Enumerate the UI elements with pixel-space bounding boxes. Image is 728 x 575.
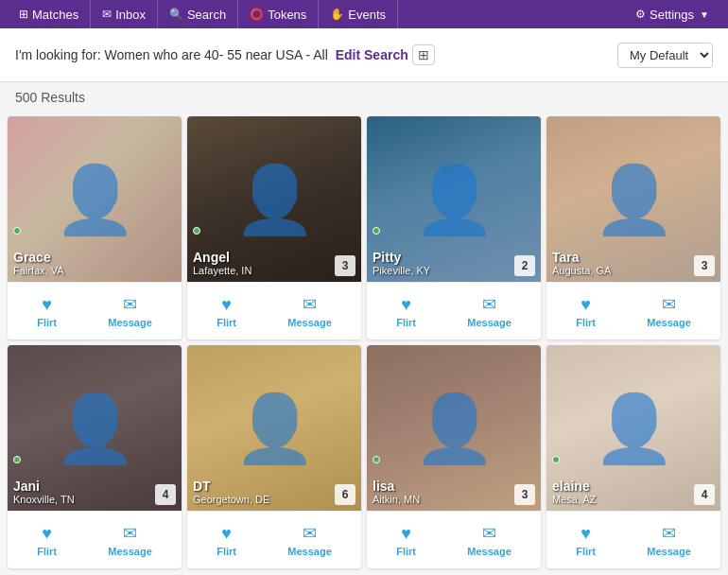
card-actions-jani: ♥ Flirt ✉ Message	[8, 511, 182, 568]
card-name-angel: Angel	[193, 250, 251, 265]
card-actions-angel: ♥ Flirt ✉ Message	[187, 282, 361, 340]
profile-card-tara: 👤 Tara Augusta, GA 3 ♥ Flirt ✉ Message	[546, 116, 720, 340]
edit-search-link[interactable]: Edit Search	[336, 47, 408, 62]
card-name-location-jani: Jani Knoxville, TN	[13, 479, 75, 505]
flirt-button-dt[interactable]: ♥ Flirt	[207, 520, 246, 561]
flirt-label-lisa: Flirt	[396, 546, 416, 557]
photo-count-badge-pitty: 2	[514, 255, 535, 276]
flirt-button-tara[interactable]: ♥ Flirt	[566, 291, 605, 332]
profile-card-pitty: 👤 Pitty Pikeville, KY 2 ♥ Flirt ✉ Messag…	[367, 116, 541, 340]
main-nav: ⊞ Matches ✉ Inbox 🔍 Search ⭕ Tokens ✋ Ev…	[0, 0, 728, 28]
flirt-label-pitty: Flirt	[396, 317, 416, 328]
nav-matches[interactable]: ⊞ Matches	[8, 0, 91, 28]
card-photo-elaine[interactable]: 👤 elaine Mesa, AZ 4	[546, 345, 720, 511]
profiles-grid: 👤 Grace Fairfax, VA ♥ Flirt ✉ Message 👤 …	[0, 111, 728, 575]
message-icon-angel: ✉	[303, 294, 317, 315]
card-name-location-lisa: lisa Aitkin, MN	[373, 479, 420, 505]
card-location-angel: Lafayette, IN	[193, 265, 251, 276]
online-dot-jani	[13, 456, 21, 463]
photo-count-badge-elaine: 4	[694, 484, 715, 505]
profile-card-angel: 👤 Angel Lafayette, IN 3 ♥ Flirt ✉ Messag…	[187, 116, 361, 340]
card-photo-lisa[interactable]: 👤 lisa Aitkin, MN 3	[367, 345, 541, 511]
message-label-elaine: Message	[647, 546, 690, 557]
card-actions-lisa: ♥ Flirt ✉ Message	[367, 511, 541, 568]
card-location-tara: Augusta, GA	[552, 265, 611, 276]
flirt-label-dt: Flirt	[217, 546, 236, 557]
events-icon: ✋	[330, 8, 344, 21]
flirt-button-elaine[interactable]: ♥ Flirt	[566, 520, 605, 561]
flirt-label-tara: Flirt	[576, 317, 596, 328]
card-actions-pitty: ♥ Flirt ✉ Message	[367, 282, 541, 340]
card-name-location-tara: Tara Augusta, GA	[552, 250, 611, 276]
nav-matches-label: Matches	[32, 8, 78, 22]
flirt-icon-angel: ♥	[221, 295, 232, 315]
message-button-grace[interactable]: ✉ Message	[98, 290, 161, 332]
profile-card-elaine: 👤 elaine Mesa, AZ 4 ♥ Flirt ✉ Message	[546, 345, 720, 568]
nav-inbox-label: Inbox	[115, 8, 146, 22]
flirt-icon-grace: ♥	[42, 295, 52, 315]
message-button-tara[interactable]: ✉ Message	[637, 290, 700, 332]
filter-icon-button[interactable]: ⊞	[412, 44, 435, 65]
photo-count-badge-dt: 6	[335, 484, 355, 505]
profile-card-jani: 👤 Jani Knoxville, TN 4 ♥ Flirt ✉ Message	[8, 345, 182, 568]
flirt-label-jani: Flirt	[37, 546, 57, 557]
message-label-angel: Message	[287, 317, 331, 328]
online-dot-pitty	[373, 227, 380, 235]
message-button-elaine[interactable]: ✉ Message	[637, 519, 700, 561]
sort-select[interactable]: My Default Newest Active Distance	[617, 43, 713, 68]
card-photo-angel[interactable]: 👤 Angel Lafayette, IN 3	[187, 116, 361, 282]
online-dot-grace	[13, 227, 21, 235]
flirt-icon-lisa: ♥	[401, 524, 411, 544]
card-name-elaine: elaine	[552, 479, 596, 494]
nav-search[interactable]: 🔍 Search	[158, 0, 238, 28]
nav-inbox[interactable]: ✉ Inbox	[91, 0, 158, 28]
nav-tokens[interactable]: ⭕ Tokens	[238, 0, 319, 28]
flirt-button-jani[interactable]: ♥ Flirt	[27, 520, 66, 561]
photo-count-badge-angel: 3	[335, 255, 355, 276]
card-name-location-pitty: Pitty Pikeville, KY	[373, 250, 430, 276]
message-button-angel[interactable]: ✉ Message	[278, 290, 340, 332]
search-nav-icon: 🔍	[169, 8, 183, 21]
message-icon-dt: ✉	[303, 523, 317, 544]
card-location-grace: Fairfax, VA	[13, 265, 64, 276]
criteria-prefix: I'm looking for: Women who are 40- 55 ne…	[15, 47, 328, 62]
flirt-label-grace: Flirt	[37, 317, 57, 328]
settings-caret-icon: ▼	[700, 9, 709, 20]
card-location-jani: Knoxville, TN	[13, 494, 75, 505]
card-actions-dt: ♥ Flirt ✉ Message	[187, 511, 361, 568]
card-name-dt: DT	[193, 479, 269, 494]
message-icon-jani: ✉	[123, 523, 137, 544]
profile-card-grace: 👤 Grace Fairfax, VA ♥ Flirt ✉ Message	[8, 116, 182, 340]
card-photo-dt[interactable]: 👤 DT Georgetown, DE 6	[187, 345, 361, 511]
message-label-pitty: Message	[467, 317, 511, 328]
message-button-pitty[interactable]: ✉ Message	[458, 290, 520, 332]
online-dot-angel	[193, 227, 200, 235]
card-photo-grace[interactable]: 👤 Grace Fairfax, VA	[8, 116, 182, 282]
nav-settings[interactable]: ⚙ Settings ▼	[624, 0, 720, 28]
flirt-button-pitty[interactable]: ♥ Flirt	[387, 291, 425, 332]
card-photo-jani[interactable]: 👤 Jani Knoxville, TN 4	[8, 345, 182, 511]
matches-icon: ⊞	[19, 8, 28, 21]
flirt-label-elaine: Flirt	[576, 546, 596, 557]
flirt-button-lisa[interactable]: ♥ Flirt	[387, 520, 425, 561]
message-button-dt[interactable]: ✉ Message	[278, 519, 340, 561]
flirt-icon-elaine: ♥	[581, 524, 591, 544]
card-name-location-grace: Grace Fairfax, VA	[13, 250, 64, 276]
card-photo-tara[interactable]: 👤 Tara Augusta, GA 3	[546, 116, 720, 282]
message-label-jani: Message	[108, 546, 151, 557]
nav-settings-label: Settings	[650, 8, 694, 22]
message-button-lisa[interactable]: ✉ Message	[458, 519, 520, 561]
nav-tokens-label: Tokens	[268, 8, 306, 22]
flirt-button-angel[interactable]: ♥ Flirt	[207, 291, 246, 332]
results-count: 500 Results	[0, 82, 728, 111]
online-dot-lisa	[373, 456, 380, 463]
card-photo-pitty[interactable]: 👤 Pitty Pikeville, KY 2	[367, 116, 541, 282]
nav-events[interactable]: ✋ Events	[319, 0, 398, 28]
search-criteria-text: I'm looking for: Women who are 40- 55 ne…	[15, 44, 610, 65]
message-button-jani[interactable]: ✉ Message	[98, 519, 161, 561]
flirt-icon-dt: ♥	[221, 524, 232, 544]
inbox-icon: ✉	[102, 8, 112, 21]
message-label-dt: Message	[287, 546, 331, 557]
message-icon-lisa: ✉	[482, 523, 496, 544]
flirt-button-grace[interactable]: ♥ Flirt	[27, 291, 66, 332]
